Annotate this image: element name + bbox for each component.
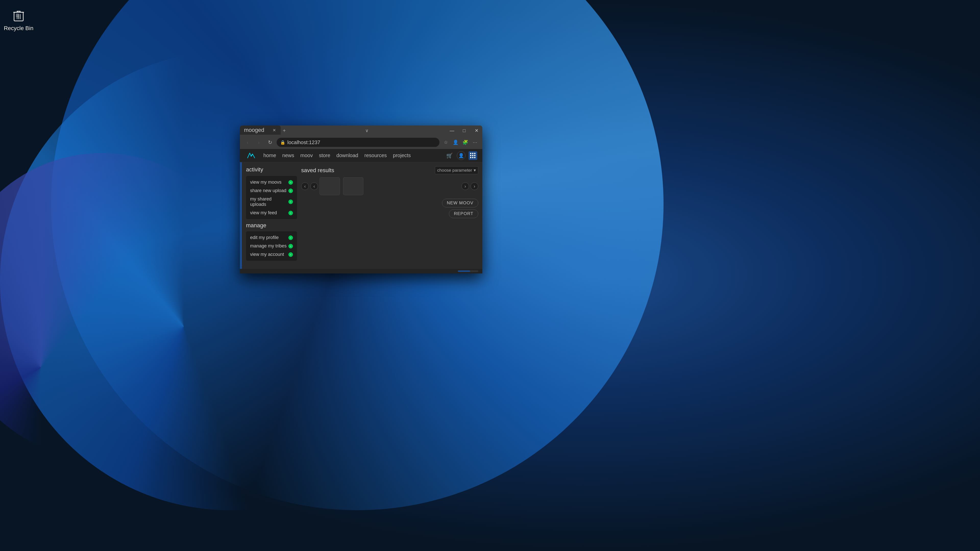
- share-new-upload-arrow: ›: [288, 189, 293, 193]
- action-buttons: NEW MOOV REPORT: [301, 199, 478, 218]
- manage-title: manage: [246, 222, 297, 229]
- tab-expand-icon: ∨: [365, 128, 369, 133]
- activity-panel: activity view my moovs › share new uploa…: [246, 166, 297, 265]
- manage-my-tribes-arrow: ›: [288, 244, 293, 248]
- forward-button[interactable]: ›: [254, 138, 263, 147]
- nav-download[interactable]: download: [336, 152, 358, 159]
- address-text: localhost:1237: [287, 140, 436, 145]
- minimize-button[interactable]: —: [446, 127, 458, 135]
- activity-title: activity: [246, 166, 297, 173]
- svg-rect-1: [16, 14, 19, 17]
- nav-projects[interactable]: projects: [393, 152, 411, 159]
- tab-close-button[interactable]: ✕: [272, 127, 277, 133]
- profile-button[interactable]: 👤: [451, 138, 460, 147]
- carousel-item-1[interactable]: [320, 177, 340, 195]
- share-new-upload-label: share new upload: [250, 188, 286, 193]
- app-main-content: activity view my moovs › share new uploa…: [240, 162, 482, 269]
- window-controls: — □ ✕: [446, 125, 482, 136]
- left-accent-bar: [240, 162, 242, 269]
- extensions-button[interactable]: 🧩: [461, 138, 469, 147]
- share-new-upload-item[interactable]: share new upload ›: [248, 186, 295, 195]
- saved-results-header: saved results choose parameter ▾: [301, 166, 478, 174]
- browser-menu-button[interactable]: ⋯: [471, 138, 479, 147]
- my-shared-uploads-arrow: ›: [288, 200, 293, 204]
- view-my-account-item[interactable]: view my account ›: [248, 250, 295, 259]
- view-my-feed-label: view my feed: [250, 210, 277, 216]
- bookmark-button[interactable]: ☆: [442, 138, 450, 147]
- manage-my-tribes-label: manage my tribes: [250, 243, 286, 249]
- app-navbar: home news moov store download resources …: [240, 149, 482, 162]
- browser-action-buttons: ☆ 👤 🧩 ⋯: [442, 138, 479, 147]
- view-my-moovs-arrow: ›: [288, 180, 293, 185]
- progress-bar-fill: [458, 270, 470, 272]
- carousel-next-button[interactable]: ›: [461, 183, 469, 190]
- cart-button[interactable]: 🛒: [445, 151, 454, 160]
- maximize-button[interactable]: □: [458, 127, 470, 135]
- tab-title: mooged: [244, 127, 264, 133]
- nav-news[interactable]: news: [282, 152, 294, 159]
- saved-results-title: saved results: [301, 167, 334, 174]
- progress-bar: [458, 270, 478, 272]
- content-area: activity view my moovs › share new uploa…: [242, 162, 482, 269]
- edit-my-profile-label: edit my profile: [250, 235, 279, 240]
- recycle-bin-icon[interactable]: Recycle Bin: [0, 0, 37, 39]
- app-content-area: home news moov store download resources …: [240, 149, 482, 273]
- carousel-item-2[interactable]: [343, 177, 363, 195]
- user-button[interactable]: 👤: [457, 151, 466, 160]
- nav-resources[interactable]: resources: [364, 152, 387, 159]
- my-shared-uploads-item[interactable]: my shared uploads ›: [248, 195, 295, 209]
- outer-next-button[interactable]: ›: [471, 183, 478, 190]
- nav-moov[interactable]: moov: [301, 152, 313, 159]
- new-tab-button[interactable]: +: [283, 128, 286, 134]
- edit-my-profile-item[interactable]: edit my profile ›: [248, 233, 295, 242]
- my-shared-uploads-label: my shared uploads: [250, 197, 288, 207]
- report-button[interactable]: REPORT: [449, 210, 478, 218]
- app-logo[interactable]: [245, 151, 257, 161]
- recycle-bin-label: Recycle Bin: [4, 25, 33, 32]
- param-dropdown-icon: ▾: [474, 168, 476, 173]
- desktop-background: [0, 0, 980, 551]
- param-select-text: choose parameter: [437, 168, 472, 173]
- view-my-feed-item[interactable]: view my feed ›: [248, 209, 295, 217]
- close-button[interactable]: ✕: [471, 127, 482, 135]
- nav-store[interactable]: store: [319, 152, 330, 159]
- reload-button[interactable]: ↻: [266, 138, 275, 147]
- browser-window: mooged ✕ + ∨ — □ ✕ ‹ › ↻ 🔒 localhost:123…: [240, 125, 482, 273]
- lock-icon: 🔒: [280, 140, 285, 145]
- parameter-dropdown[interactable]: choose parameter ▾: [435, 166, 478, 174]
- nav-right-controls: 🛒 👤: [445, 151, 477, 160]
- view-my-account-arrow: ›: [288, 252, 293, 257]
- manage-menu: edit my profile › manage my tribes › vie…: [246, 231, 297, 261]
- grid-menu-button[interactable]: [469, 151, 477, 160]
- view-my-moovs-item[interactable]: view my moovs ›: [248, 178, 295, 186]
- browser-titlebar: mooged ✕ + ∨ — □ ✕: [240, 125, 482, 136]
- back-button[interactable]: ‹: [243, 138, 252, 147]
- menu-dots-icon: [470, 153, 476, 159]
- address-bar[interactable]: 🔒 localhost:1237: [277, 138, 439, 147]
- view-my-account-label: view my account: [250, 252, 284, 257]
- new-moov-button[interactable]: NEW MOOV: [442, 199, 478, 207]
- carousel-prev-button[interactable]: ‹: [310, 183, 318, 190]
- browser-tab[interactable]: mooged ✕: [240, 125, 281, 135]
- outer-prev-button[interactable]: ‹: [301, 183, 309, 190]
- view-my-moovs-label: view my moovs: [250, 179, 282, 185]
- activity-menu: view my moovs › share new upload › my sh…: [246, 176, 297, 219]
- recycle-bin-image: [11, 8, 27, 24]
- nav-home[interactable]: home: [263, 152, 276, 159]
- nav-links: home news moov store download resources …: [263, 152, 445, 159]
- manage-my-tribes-item[interactable]: manage my tribes ›: [248, 242, 295, 250]
- edit-my-profile-arrow: ›: [288, 235, 293, 240]
- browser-nav-bar: ‹ › ↻ 🔒 localhost:1237 ☆ 👤 🧩 ⋯: [240, 136, 482, 149]
- saved-results-panel: saved results choose parameter ▾ ‹ ‹: [301, 166, 478, 265]
- carousel-items: [320, 177, 460, 195]
- bottom-bar: [240, 269, 482, 273]
- view-my-feed-arrow: ›: [288, 211, 293, 215]
